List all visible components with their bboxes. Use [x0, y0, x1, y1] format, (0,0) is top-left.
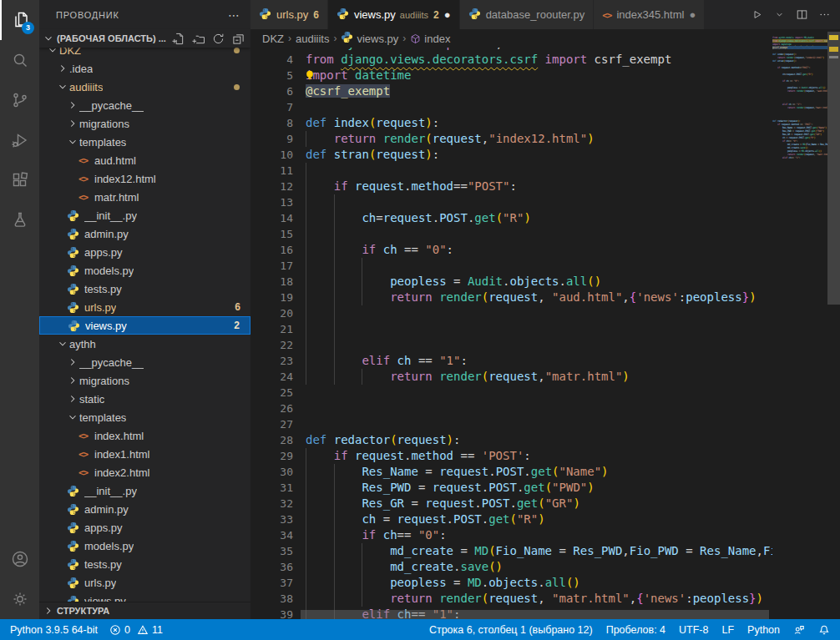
tree-item-migrations[interactable]: migrations — [39, 371, 250, 390]
tree-item-.idea[interactable]: .idea — [39, 59, 250, 78]
code-line-10[interactable]: 10def stran(request): — [250, 147, 772, 163]
activity-bar-item-explorer[interactable]: 3 — [0, 0, 39, 40]
line-number[interactable]: 34 — [250, 527, 293, 543]
new-folder-icon[interactable] — [190, 31, 205, 46]
vertical-scrollbar[interactable] — [827, 32, 840, 305]
line-number[interactable]: 15 — [250, 226, 293, 242]
line-number[interactable]: 4 — [250, 52, 293, 68]
code-line-36[interactable]: 36 md_create.save() — [250, 559, 772, 575]
line-number[interactable]: 14 — [250, 210, 293, 226]
code-line-24[interactable]: 24 return render(request,"matr.html") — [250, 369, 772, 385]
line-number[interactable]: 25 — [250, 385, 293, 401]
new-file-icon[interactable] — [170, 31, 185, 46]
encoding-status[interactable]: UTF-8 — [679, 624, 708, 636]
tree-item-index1.html[interactable]: <>index1.html — [39, 445, 250, 463]
tree-item-apps.py[interactable]: apps.py — [39, 518, 250, 537]
breadcrumb-item-DKZ[interactable]: DKZ — [262, 33, 284, 45]
tree-item-aythh[interactable]: aythh — [39, 335, 250, 353]
line-number[interactable]: 39 — [250, 607, 293, 619]
code-line-17[interactable]: 17 — [250, 258, 772, 274]
collapse-all-icon[interactable] — [230, 31, 245, 46]
tree-item-index2.html[interactable]: <>index2.html — [39, 463, 250, 481]
line-number[interactable]: 6 — [250, 83, 293, 99]
line-number[interactable]: 20 — [250, 305, 293, 321]
notifications-bell-icon[interactable] — [818, 624, 830, 636]
code-line-22[interactable]: 22 — [250, 337, 772, 353]
code-line-13[interactable]: 13 — [250, 194, 772, 210]
breadcrumb-item-index[interactable]: index — [410, 33, 450, 45]
line-number[interactable]: 21 — [250, 321, 293, 337]
code-line-29[interactable]: 29 if request.method == 'POST': — [250, 448, 772, 464]
line-number[interactable]: 26 — [250, 401, 293, 416]
line-number[interactable]: 10 — [250, 147, 293, 163]
line-number[interactable]: 32 — [250, 496, 293, 511]
tree-item-matr.html[interactable]: <>matr.html — [39, 188, 250, 206]
minimap[interactable]: from aythh.models import MD,Auditfrom dj… — [772, 29, 827, 619]
code-line-12[interactable]: 12 if request.method=="POST": — [250, 179, 772, 194]
line-number[interactable]: 24 — [250, 369, 293, 385]
line-number[interactable]: 18 — [250, 274, 293, 290]
feedback-icon[interactable] — [793, 624, 805, 636]
tab-urls.py[interactable]: urls.py6 — [250, 0, 328, 29]
line-number[interactable]: 8 — [250, 115, 293, 131]
outline-section-header[interactable]: СТРУКТУРА — [39, 602, 250, 619]
tree-item-tests.py[interactable]: tests.py — [39, 555, 250, 573]
activity-bar-item-testing[interactable] — [0, 200, 39, 240]
code-line-16[interactable]: 16 if ch == "0": — [250, 242, 772, 258]
tree-item-index12.html[interactable]: <>index12.html — [39, 169, 250, 188]
code-line-8[interactable]: 8def index(request): — [250, 115, 772, 131]
line-number[interactable]: 27 — [250, 416, 293, 432]
tree-item-migrations[interactable]: migrations — [39, 114, 250, 133]
tab-views.py[interactable]: views.pyaudiiits2● — [328, 0, 460, 29]
activity-bar-item-settings[interactable] — [0, 579, 39, 619]
line-number[interactable]: 9 — [250, 131, 293, 147]
code-line-5[interactable]: 5import datetime — [250, 68, 772, 83]
refresh-icon[interactable] — [210, 31, 225, 46]
tree-item-audiiits[interactable]: audiiits — [39, 78, 250, 96]
code-line-26[interactable]: 26 — [250, 401, 772, 416]
lightbulb-icon[interactable] — [304, 69, 316, 82]
tree-item-apps.py[interactable]: apps.py — [39, 243, 250, 261]
activity-bar-item-search[interactable] — [0, 40, 39, 80]
line-number[interactable]: 31 — [250, 480, 293, 496]
activity-bar-item-run-debug[interactable] — [0, 120, 39, 160]
tree-item-models.py[interactable]: models.py — [39, 261, 250, 280]
tree-item-static[interactable]: static — [39, 390, 250, 408]
line-number[interactable]: 28 — [250, 432, 293, 448]
line-number[interactable]: 19 — [250, 290, 293, 305]
cursor-position-status[interactable]: Строка 6, столбец 1 (выбрано 12) — [429, 624, 593, 636]
code-line-20[interactable]: 20 — [250, 305, 772, 321]
line-number[interactable]: 7 — [250, 99, 293, 115]
code-line-14[interactable]: 14 ch=request.POST.get("R") — [250, 210, 772, 226]
dirty-indicator-dot[interactable]: ● — [689, 9, 696, 20]
code-line-15[interactable]: 15 — [250, 226, 772, 242]
line-number[interactable]: 5 — [250, 68, 293, 83]
tree-item-__pycache__[interactable]: __pycache__ — [39, 353, 250, 371]
line-number[interactable]: 11 — [250, 163, 293, 179]
code-line-6[interactable]: 6@csrf_exempt — [250, 83, 772, 99]
line-number[interactable]: 17 — [250, 258, 293, 274]
indentation-status[interactable]: Пробелов: 4 — [606, 624, 665, 636]
line-number[interactable]: 36 — [250, 559, 293, 575]
code-line-23[interactable]: 23 elif ch == "1": — [250, 353, 772, 369]
code-line-30[interactable]: 30 Res_Name = request.POST.get("Name") — [250, 464, 772, 480]
code-line-9[interactable]: 9 return render(request,"index12.html") — [250, 131, 772, 147]
code-line-28[interactable]: 28def redactor(request): — [250, 432, 772, 448]
line-number[interactable]: 35 — [250, 543, 293, 559]
line-number[interactable]: 29 — [250, 448, 293, 464]
code-line-27[interactable]: 27 — [250, 416, 772, 432]
split-editor-icon[interactable] — [795, 8, 809, 22]
breadcrumb-item-views.py[interactable]: views.py — [341, 31, 398, 46]
language-mode-status[interactable]: Python — [747, 624, 780, 636]
activity-bar-item-source-control[interactable] — [0, 80, 39, 120]
code-editor[interactable]: 3from aythh.models import MD,Audit4from … — [250, 48, 772, 619]
line-number[interactable]: 33 — [250, 511, 293, 527]
chevron-down-icon[interactable] — [772, 8, 787, 22]
code-line-35[interactable]: 35 md_create = MD(Fio_Name = Res_PWD,Fio… — [250, 543, 772, 559]
tree-item-DKZ[interactable]: DKZ — [39, 48, 250, 59]
tree-item-urls.py[interactable]: urls.py6 — [39, 298, 250, 316]
eol-status[interactable]: LF — [721, 624, 734, 636]
code-line-19[interactable]: 19 return render(request, "aud.html",{'n… — [250, 290, 772, 305]
tree-item-admin.py[interactable]: admin.py — [39, 224, 250, 243]
more-icon[interactable] — [817, 8, 832, 22]
